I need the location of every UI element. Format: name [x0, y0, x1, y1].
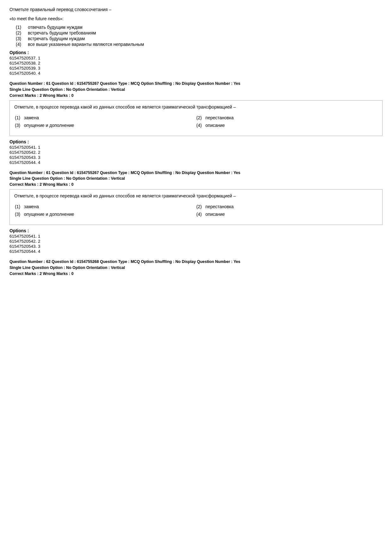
option-id-item: 61547520542. 2: [9, 239, 383, 244]
option-text: встречать будущим нуждам: [28, 36, 85, 41]
option-num: (2): [196, 204, 202, 209]
table-row: (1) замена (2) перестановка: [15, 114, 377, 121]
q61-first-meta: Question Number : 61 Question Id : 61547…: [9, 81, 383, 93]
option-num: (1): [15, 115, 20, 120]
option-id-item: 61547520544. 4: [9, 160, 383, 165]
table-cell: (3) опущение и дополнение: [15, 122, 196, 129]
option-num: (3): [16, 36, 25, 41]
intro-question: Отметьте правильный перевод словосочетан…: [9, 6, 383, 76]
intro-quote: «to meet the future needs»:: [9, 16, 383, 22]
options-label: Options :: [9, 50, 383, 55]
intro-prompt: Отметьте правильный перевод словосочетан…: [9, 6, 383, 13]
option-id-item: 61547520540. 4: [9, 71, 383, 76]
q62-meta: Question Number : 62 Question Id : 61547…: [9, 259, 383, 271]
option-num: (1): [16, 25, 25, 30]
options-table: (1) замена (2) перестановка (3) опущение…: [14, 203, 378, 218]
table-cell: (2) перестановка: [196, 203, 377, 210]
table-row: (3) опущение и дополнение (4) описание: [15, 122, 377, 129]
list-item: (1) отвечать будущим нуждам: [16, 25, 383, 30]
option-id-item: 61547520541. 1: [9, 145, 383, 150]
options-label: Options :: [9, 139, 383, 144]
option-id-item: 61547520544. 4: [9, 249, 383, 254]
question-text: Отметьте, в процессе перевода какой из д…: [14, 193, 378, 199]
option-id-item: 61547520537. 1: [9, 56, 383, 60]
table-row: (1) замена (2) перестановка: [15, 203, 377, 210]
table-cell: (1) замена: [15, 114, 196, 121]
q62-block: Question Number : 62 Question Id : 61547…: [9, 259, 383, 276]
option-text: все выше указанные варианты являются неп…: [28, 42, 144, 47]
q61-second-block: Question Number : 61 Question Id : 61547…: [9, 170, 383, 254]
option-num: (3): [15, 212, 20, 217]
q61-first-question-container: Отметьте, в процессе перевода какой из д…: [9, 100, 383, 136]
options-label: Options :: [9, 228, 383, 233]
marks-line: Correct Marks : 2 Wrong Marks : 0: [9, 93, 383, 98]
table-cell: (2) перестановка: [196, 114, 377, 121]
table-cell: (3) опущение и дополнение: [15, 211, 196, 218]
option-id-item: 61547520543. 3: [9, 155, 383, 160]
option-id-item: 61547520542. 2: [9, 150, 383, 155]
table-cell: (4) описание: [196, 122, 377, 129]
list-item: (4) все выше указанные варианты являются…: [16, 42, 383, 47]
option-num: (2): [16, 30, 25, 35]
option-num: (2): [196, 115, 202, 120]
marks-line: Correct Marks : 2 Wrong Marks : 0: [9, 182, 383, 187]
table-row: (3) опущение и дополнение (4) описание: [15, 211, 377, 218]
list-item: (2) встречать будущим требованиям: [16, 30, 383, 35]
table-cell: (4) описание: [196, 211, 377, 218]
option-num: (4): [16, 42, 25, 47]
option-num: (1): [15, 204, 20, 209]
q61-second-question-container: Отметьте, в процессе перевода какой из д…: [9, 189, 383, 225]
marks-line: Correct Marks : 2 Wrong Marks : 0: [9, 271, 383, 276]
question-text: Отметьте, в процессе перевода какой из д…: [14, 104, 378, 110]
intro-options-section: Options : 61547520537. 1 61547520538. 2 …: [9, 50, 383, 76]
option-num: (4): [196, 123, 202, 128]
option-text: отвечать будущим нуждам: [28, 25, 83, 30]
option-id-item: 61547520543. 3: [9, 244, 383, 249]
options-table: (1) замена (2) перестановка (3) опущение…: [14, 114, 378, 129]
option-id-item: 61547520538. 2: [9, 61, 383, 65]
list-item: (3) встречать будущим нуждам: [16, 36, 383, 41]
q61-first-options-section: Options : 61547520541. 1 61547520542. 2 …: [9, 139, 383, 165]
option-text: встречать будущим требованиям: [28, 30, 96, 35]
option-num: (3): [15, 123, 20, 128]
intro-options-list: (1) отвечать будущим нуждам (2) встречат…: [9, 25, 383, 47]
option-num: (4): [196, 212, 202, 217]
q61-second-options-section: Options : 61547520541. 1 61547520542. 2 …: [9, 228, 383, 254]
q61-second-meta: Question Number : 61 Question Id : 61547…: [9, 170, 383, 182]
q61-first-block: Question Number : 61 Question Id : 61547…: [9, 81, 383, 165]
option-id-item: 61547520539. 3: [9, 66, 383, 71]
option-id-item: 61547520541. 1: [9, 234, 383, 239]
table-cell: (1) замена: [15, 203, 196, 210]
